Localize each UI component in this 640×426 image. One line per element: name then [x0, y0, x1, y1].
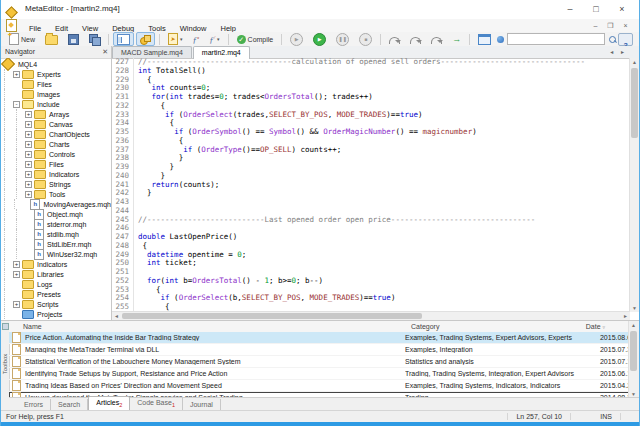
- open-terminal-button[interactable]: [474, 32, 495, 46]
- column-header-category[interactable]: Category: [411, 323, 439, 330]
- expander-icon[interactable]: +: [25, 171, 32, 178]
- expander-icon[interactable]: +: [13, 71, 20, 78]
- function-list-button[interactable]: ƒx: [188, 32, 203, 46]
- expander-icon[interactable]: +: [25, 181, 32, 188]
- continue-debug-button[interactable]: ▶: [309, 32, 330, 46]
- toolbox-tab-journal[interactable]: Journal: [183, 399, 221, 410]
- code-line: 241 return(counts);: [112, 181, 630, 190]
- expander-icon[interactable]: +: [25, 191, 32, 198]
- navigator-close-icon[interactable]: ✕: [102, 46, 108, 58]
- editor-horizontal-scrollbar[interactable]: ◄ ►: [112, 311, 630, 320]
- pause-debug-button[interactable]: ❚❚: [332, 32, 353, 46]
- tree-item-stdliberr-mqh[interactable]: hStdLibErr.mqh: [1, 239, 111, 249]
- code-token: ; trades<: [224, 92, 265, 101]
- compile-button[interactable]: ✓ Compile: [233, 32, 278, 46]
- expander-icon[interactable]: +: [13, 271, 20, 278]
- scroll-left-icon[interactable]: ◄: [112, 312, 121, 320]
- tree-item-images[interactable]: Images: [1, 89, 111, 99]
- tree-item-include[interactable]: -Include: [1, 99, 111, 109]
- code-token: {: [138, 75, 152, 84]
- scrollbar-thumb[interactable]: [631, 68, 638, 138]
- tree-item-strings[interactable]: +Strings: [1, 179, 111, 189]
- tree-item-charts[interactable]: +Charts: [1, 139, 111, 149]
- tree-item-canvas[interactable]: +Canvas: [1, 119, 111, 129]
- expander-icon[interactable]: +: [25, 151, 32, 158]
- search-input[interactable]: [507, 33, 605, 45]
- go-to-button[interactable]: →: [448, 32, 465, 46]
- tree-item-winuser32-mqh[interactable]: hWinUser32.mqh: [1, 249, 111, 259]
- mdi-minimize-button[interactable]: –: [588, 19, 603, 32]
- tree-item-indicators[interactable]: +Indicators: [1, 169, 111, 179]
- toolbox-tab-errors[interactable]: Errors: [17, 399, 51, 410]
- tree-item-mql4[interactable]: MQL4: [1, 59, 111, 69]
- toggle-toolbox-button[interactable]: [136, 32, 155, 46]
- pin-icon[interactable]: [2, 323, 9, 330]
- tree-item-scripts[interactable]: +Scripts: [1, 299, 111, 309]
- expander-icon[interactable]: -: [13, 101, 20, 108]
- scroll-right-icon[interactable]: ►: [621, 312, 630, 320]
- tree-item-logs[interactable]: Logs: [1, 279, 111, 289]
- toggle-navigator-button[interactable]: [113, 32, 134, 46]
- tree-item-object-mqh[interactable]: hObject.mqh: [1, 209, 111, 219]
- scroll-up-icon[interactable]: ▲: [630, 58, 639, 66]
- open-button[interactable]: [41, 32, 62, 46]
- step-into-button[interactable]: [385, 32, 404, 46]
- code-editor[interactable]: 227//--------------------------------cal…: [112, 58, 630, 312]
- scrollbar-thumb[interactable]: [122, 313, 422, 319]
- stop-debug-button[interactable]: ■: [355, 32, 376, 46]
- help-button[interactable]: ?: [618, 33, 633, 46]
- tree-item-indicators[interactable]: +Indicators: [1, 259, 111, 269]
- article-row[interactable]: Statistical Verification of the Labouche…: [9, 356, 629, 368]
- mdi-close-button[interactable]: ×: [618, 19, 633, 32]
- new-button[interactable]: ✦ New: [5, 32, 39, 46]
- save-all-button[interactable]: [85, 32, 104, 46]
- expander-icon[interactable]: +: [25, 161, 32, 168]
- mql-wizard-button[interactable]: ➤▾: [164, 32, 187, 46]
- column-header-name[interactable]: Name: [23, 323, 42, 330]
- mdi-restore-button[interactable]: ❐: [603, 19, 618, 32]
- tree-item-files[interactable]: +Files: [1, 159, 111, 169]
- expander-icon[interactable]: +: [13, 261, 20, 268]
- tree-item-projects[interactable]: Projects: [1, 309, 111, 319]
- expander-icon[interactable]: +: [25, 121, 32, 128]
- tab-macd-sample-mq4[interactable]: MACD Sample.mq4: [112, 46, 192, 58]
- toolbox-tab-search[interactable]: Search: [51, 399, 88, 410]
- article-row[interactable]: Trading Ideas Based on Prices' Direction…: [9, 380, 629, 392]
- expander-icon[interactable]: +: [25, 111, 32, 118]
- article-row[interactable]: Identifying Trade Setups by Support, Res…: [9, 368, 629, 380]
- tree-item-movingaverages-mqh[interactable]: hMovingAverages.mqh: [1, 199, 111, 209]
- close-button[interactable]: ×: [609, 0, 635, 19]
- code-token: MODE_TRADES: [337, 110, 387, 119]
- expander-icon[interactable]: +: [25, 131, 32, 138]
- step-over-button[interactable]: [406, 32, 425, 46]
- minimize-button[interactable]: –: [557, 0, 583, 19]
- editor-vertical-scrollbar[interactable]: ▲ ▼: [629, 58, 639, 312]
- tree-item-tools[interactable]: +Tools: [1, 189, 111, 199]
- tree-item-presets[interactable]: Presets: [1, 289, 111, 299]
- scroll-down-icon[interactable]: ▼: [630, 304, 639, 312]
- tree-item-files[interactable]: Files: [1, 79, 111, 89]
- scrollbar-thumb[interactable]: [630, 331, 637, 371]
- tree-item-arrays[interactable]: +Arrays: [1, 109, 111, 119]
- step-out-button[interactable]: [427, 32, 446, 46]
- function-insert-button[interactable]: ƒ/▾: [205, 32, 223, 46]
- expander-icon[interactable]: +: [25, 141, 32, 148]
- maximize-button[interactable]: □: [583, 0, 609, 19]
- tree-item-experts[interactable]: +Experts: [1, 69, 111, 79]
- expander-icon[interactable]: +: [13, 301, 20, 308]
- tree-item-stderror-mqh[interactable]: hstderror.mqh: [1, 219, 111, 229]
- column-header-date[interactable]: Date ▿: [586, 323, 605, 330]
- search-icon[interactable]: [609, 36, 616, 43]
- code-line: 235 if (OrderSymbol() == Symbol() && Ord…: [112, 128, 630, 137]
- start-debug-button[interactable]: ▶: [286, 32, 307, 46]
- save-button[interactable]: [64, 32, 83, 46]
- tree-item-controls[interactable]: +Controls: [1, 149, 111, 159]
- scroll-up-icon[interactable]: ▲: [629, 321, 638, 329]
- grid-vertical-scrollbar[interactable]: ▲ ▼: [628, 321, 639, 398]
- tree-item-libraries[interactable]: +Libraries: [1, 269, 111, 279]
- tree-item-stdlib-mqh[interactable]: hstdlib.mqh: [1, 229, 111, 239]
- tree-item-chartobjects[interactable]: +ChartObjects: [1, 129, 111, 139]
- article-row[interactable]: Managing the MetaTrader Terminal via DLL…: [9, 344, 629, 356]
- article-row[interactable]: Price Action. Automating the Inside Bar …: [9, 332, 629, 344]
- tab-scroll-arrows[interactable]: ◂ ▸: [610, 46, 639, 58]
